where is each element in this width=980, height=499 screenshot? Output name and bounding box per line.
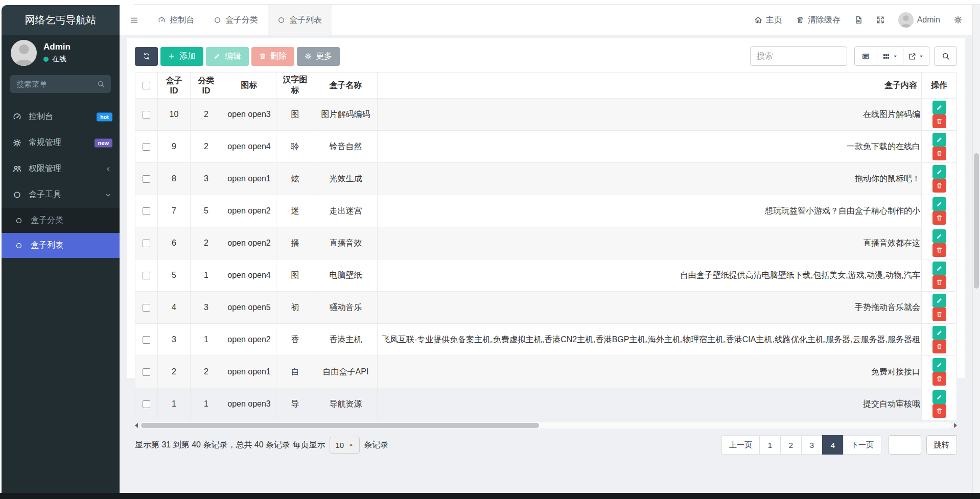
tab-0[interactable]: 控制台 [148, 5, 204, 35]
jump-page-input[interactable] [889, 435, 921, 455]
home-link[interactable]: 主页 [754, 15, 782, 26]
cell-category-id: 1 [191, 259, 222, 292]
row-delete-button[interactable] [932, 404, 946, 418]
cell-actions [922, 324, 957, 356]
cell-category-id: 2 [191, 131, 222, 163]
settings-link[interactable] [954, 16, 962, 24]
row-edit-button[interactable] [932, 390, 946, 404]
select-all-checkbox[interactable] [143, 82, 150, 89]
row-edit-button[interactable] [932, 229, 946, 243]
cell-box-name: 导航资源 [314, 388, 378, 420]
search-button[interactable] [934, 46, 957, 66]
sidebar-search-input[interactable] [16, 80, 97, 88]
users-icon [12, 164, 22, 173]
cell-category-id: 5 [191, 195, 222, 227]
col-zh-icon[interactable]: 汉字图标 [276, 73, 314, 99]
row-delete-button[interactable] [932, 372, 946, 386]
fullscreen-link[interactable] [876, 16, 884, 24]
tab-1[interactable]: 盒子分类 [204, 5, 268, 35]
scroll-right-arrow-icon[interactable] [954, 423, 957, 428]
table-header-row: 盒子ID 分类ID 图标 汉字图标 盒子名称 盒子内容 操作 [135, 73, 957, 99]
sidebar-subitem-1[interactable]: 盒子列表 [2, 233, 120, 258]
sidebar-item-2[interactable]: 权限管理 [2, 156, 120, 182]
row-edit-button[interactable] [932, 133, 946, 147]
col-category-id[interactable]: 分类ID [191, 73, 222, 99]
page-button-4[interactable]: 4 [822, 435, 844, 455]
row-edit-button[interactable] [932, 197, 946, 211]
delete-button-label: 删除 [270, 51, 287, 62]
cell-category-id: 2 [191, 227, 222, 259]
row-delete-button[interactable] [932, 340, 946, 353]
row-edit-button[interactable] [932, 262, 946, 275]
sidebar-item-1[interactable]: 常规管理new [2, 130, 120, 156]
row-checkbox[interactable] [143, 368, 150, 376]
columns-button[interactable] [877, 46, 903, 66]
more-button[interactable]: 更多 [297, 47, 340, 66]
col-box-content[interactable]: 盒子内容 [378, 73, 922, 99]
row-checkbox[interactable] [143, 240, 150, 247]
col-actions: 操作 [922, 73, 957, 99]
row-checkbox[interactable] [143, 143, 150, 151]
avatar [898, 12, 914, 28]
row-delete-button[interactable] [932, 243, 946, 257]
row-edit-button[interactable] [932, 101, 946, 114]
page-button-1[interactable]: 1 [759, 435, 781, 455]
browser-scrollbar-thumb[interactable] [974, 153, 979, 289]
add-button[interactable]: 添加 [160, 47, 203, 66]
page-button-3[interactable]: 3 [801, 435, 823, 455]
sidebar-item-0[interactable]: 控制台hot [2, 104, 120, 130]
col-box-id[interactable]: 盒子ID [158, 73, 191, 99]
home-icon [754, 16, 762, 24]
delete-button[interactable]: 删除 [251, 47, 294, 66]
col-box-name[interactable]: 盒子名称 [314, 73, 378, 99]
next-page-button[interactable]: 下一页 [843, 435, 881, 455]
row-edit-button[interactable] [932, 358, 946, 372]
row-delete-button[interactable] [932, 179, 946, 193]
page-button-2[interactable]: 2 [780, 435, 802, 455]
sidebar-subitem-0[interactable]: 盒子分类 [2, 208, 120, 233]
col-icon[interactable]: 图标 [222, 73, 276, 99]
row-checkbox[interactable] [143, 272, 150, 279]
row-checkbox-cell [135, 195, 158, 227]
row-checkbox[interactable] [143, 111, 150, 118]
row-edit-button[interactable] [932, 165, 946, 179]
row-delete-button[interactable] [932, 211, 946, 225]
scrollbar-thumb[interactable] [141, 423, 539, 428]
row-delete-button[interactable] [932, 147, 946, 160]
refresh-button[interactable] [135, 47, 158, 66]
page-size-select[interactable]: 10 [330, 437, 360, 454]
row-checkbox[interactable] [143, 175, 150, 183]
pagination-toggle-button[interactable] [854, 46, 877, 66]
user-menu[interactable]: Admin [898, 12, 940, 28]
row-checkbox[interactable] [143, 336, 150, 344]
row-delete-button[interactable] [932, 307, 946, 321]
row-checkbox[interactable] [143, 207, 150, 215]
tab-2[interactable]: 盒子列表 [268, 5, 332, 35]
prev-page-button[interactable]: 上一页 [721, 435, 760, 455]
browser-scrollbar[interactable] [972, 5, 980, 493]
pencil-icon [214, 53, 221, 60]
cell-icon: open open3 [222, 388, 276, 420]
scrollbar-track[interactable] [140, 422, 952, 429]
edit-button[interactable]: 编辑 [206, 47, 249, 66]
add-button-label: 添加 [179, 51, 196, 62]
export-button[interactable] [903, 46, 929, 66]
sidebar-subitem-label: 盒子列表 [31, 240, 63, 251]
menu-toggle-icon[interactable] [120, 5, 148, 35]
row-edit-button[interactable] [932, 326, 946, 340]
table-search-input[interactable] [750, 46, 847, 66]
sidebar-item-3[interactable]: 盒子工具 [2, 182, 120, 208]
row-checkbox[interactable] [143, 304, 150, 312]
clear-cache-link[interactable]: 清除缓存 [796, 15, 841, 26]
avatar [11, 40, 37, 66]
row-delete-button[interactable] [932, 275, 946, 289]
row-checkbox[interactable] [143, 400, 150, 408]
row-delete-button[interactable] [932, 114, 946, 128]
file-link[interactable] [854, 16, 862, 24]
cell-box-name: 光效生成 [314, 163, 378, 195]
row-edit-button[interactable] [932, 294, 946, 307]
scroll-left-arrow-icon[interactable] [135, 423, 138, 428]
menu-badge: new [95, 138, 112, 147]
jump-button[interactable]: 跳转 [926, 435, 957, 455]
refresh-icon [143, 53, 150, 60]
